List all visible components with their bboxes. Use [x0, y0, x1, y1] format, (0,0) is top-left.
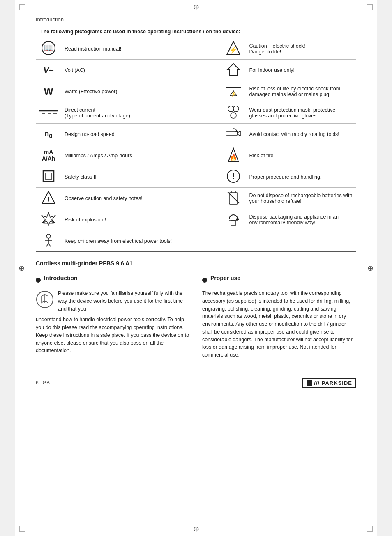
brand-logo: /// PARKSIDE: [302, 378, 356, 388]
page-number: 6 GB: [36, 380, 50, 386]
svg-rect-20: [43, 171, 54, 182]
brand-stripe-1: [307, 380, 312, 382]
caution-svg: !: [41, 190, 56, 205]
svg-point-15: [231, 113, 236, 118]
brand-stripe-2: [307, 382, 312, 384]
intro-first-para: Please make sure you familiarise yoursel…: [58, 290, 190, 313]
manual-icon: [36, 290, 54, 313]
svg-text:⚡: ⚡: [229, 46, 238, 54]
ma-icon: mAA/Ah: [36, 145, 61, 166]
mains-shock-icon: ⚡: [221, 81, 246, 102]
n0-desc: Design no-load speed: [61, 124, 221, 145]
no-battery-svg: [226, 190, 241, 205]
crosshair-top: ⊕: [193, 3, 199, 11]
svg-rect-33: [231, 221, 236, 225]
electric-shock-svg: ⚡: [226, 41, 241, 55]
country-code: GB: [43, 380, 50, 386]
corner-mark-br: [367, 526, 373, 532]
section-label: Introduction: [36, 16, 356, 23]
intro-content: Please make sure you familiarise yoursel…: [36, 290, 190, 313]
table-row: n0 Design no-load speed Avoid contact wi…: [36, 124, 356, 145]
rotating-tools-desc: Avoid contact with rapidly rotating tool…: [246, 124, 356, 145]
page-num: 6: [36, 380, 39, 386]
explosion-desc: Risk of explosion!!: [61, 209, 221, 230]
introduction-title: Introduction: [44, 275, 78, 281]
caution-icon: !: [36, 188, 61, 209]
svg-marker-4: [228, 64, 239, 75]
n0-icon: n0: [36, 124, 61, 145]
svg-point-35: [46, 234, 51, 238]
dc-symbol: [39, 110, 58, 118]
introduction-section: Introduction Please make sure you famili…: [36, 275, 190, 359]
dc-icon: [36, 102, 61, 124]
dust-mask-desc: Wear dust protection mask, protective gl…: [246, 102, 356, 124]
watts-symbol: W: [44, 86, 53, 97]
electric-shock-desc: Caution – electric shock!Danger to life!: [246, 38, 356, 60]
dust-mask-icon: [221, 102, 246, 124]
svg-line-39: [48, 244, 51, 247]
rotating-tools-icon: [221, 124, 246, 145]
intro-bullet: [36, 278, 41, 283]
svg-text:!: !: [47, 196, 50, 204]
house-svg: [226, 62, 241, 77]
rotating-tools-svg: [225, 126, 242, 141]
table-row: 📖 Read instruction manual! ⚡ Caution – e…: [36, 38, 356, 60]
product-title: Cordless multi-grinder PFBS 9.6 A1: [36, 260, 133, 267]
house-icon: [221, 60, 246, 81]
procedure-desc: Proper procedure and handling.: [246, 166, 356, 188]
table-row: mAA/Ah Milliamps / Amps / Amp-hours 🔥 Ri…: [36, 145, 356, 166]
corner-mark-bl: [19, 526, 25, 532]
read-manual-desc: Read instruction manual!: [61, 38, 221, 60]
table-row: V~ Volt (AC) For indoor use only!: [36, 60, 356, 81]
svg-marker-32: [236, 216, 239, 220]
children-icon: [36, 230, 61, 252]
fire-icon: 🔥: [221, 145, 246, 166]
brand-stripe-3: [307, 384, 312, 386]
no-battery-dispose-desc: Do not dispose of rechargeable batteries…: [246, 188, 356, 209]
ma-desc: Milliamps / Amps / Amp-hours: [61, 145, 221, 166]
eco-dispose-desc: Dispose packaging and appliance in an en…: [246, 209, 356, 230]
svg-text:🔥: 🔥: [229, 154, 238, 161]
n0-symbol: n0: [44, 129, 52, 138]
dc-desc: Direct current(Type of current and volta…: [61, 102, 221, 124]
proper-use-bullet: [202, 278, 207, 283]
safety-class-desc: Safety class II: [61, 166, 221, 188]
safety-class-icon: [36, 166, 61, 188]
footer: 6 GB /// PARKSIDE: [36, 375, 356, 388]
proper-use-section: Proper use The rechargeable precision ro…: [202, 275, 356, 359]
dc-svg: [39, 108, 58, 117]
book-icon: 📖: [36, 38, 61, 60]
corner-mark-tr: [367, 4, 373, 10]
children-svg: [41, 233, 56, 248]
crosshair-left: ⊕: [18, 265, 25, 272]
book-svg: 📖: [41, 41, 56, 55]
table-row: Keep children away from electrical power…: [36, 230, 356, 252]
proper-use-title-row: Proper use: [202, 275, 356, 285]
introduction-title-row: Introduction: [36, 275, 190, 285]
procedure-svg: !: [226, 169, 241, 184]
svg-text:⚡: ⚡: [231, 91, 237, 97]
fire-desc: Risk of fire!: [246, 145, 356, 166]
volt-desc: Volt (AC): [61, 60, 221, 81]
table-row: Safety class II ! Proper procedure and h…: [36, 166, 356, 188]
children-desc: Keep children away from electrical power…: [61, 230, 356, 252]
table-header: The following pictograms are used in the…: [36, 25, 356, 38]
indoor-desc: For indoor use only!: [246, 60, 356, 81]
svg-text:!: !: [232, 172, 235, 181]
watts-desc: Watts (Effective power): [61, 81, 221, 102]
svg-line-38: [46, 244, 48, 247]
table-row: Risk of explosion!! Dispose packaging an…: [36, 209, 356, 230]
mains-shock-svg: ⚡: [225, 83, 242, 98]
watt-icon: W: [36, 81, 61, 102]
explosion-svg: [41, 212, 56, 226]
intro-body: understand how to handle electrical powe…: [36, 316, 190, 354]
electric-shock-icon: ⚡: [221, 38, 246, 60]
crosshair-bottom: ⊕: [193, 525, 199, 533]
brand-name: /// PARKSIDE: [314, 380, 352, 386]
svg-rect-21: [45, 173, 52, 179]
no-battery-dispose-icon: [221, 188, 246, 209]
corner-mark-tl: [19, 4, 25, 10]
volt-symbol: V~: [43, 66, 53, 75]
explosion-icon: [36, 209, 61, 230]
caution-desc: Observe caution and safety notes!: [61, 188, 221, 209]
